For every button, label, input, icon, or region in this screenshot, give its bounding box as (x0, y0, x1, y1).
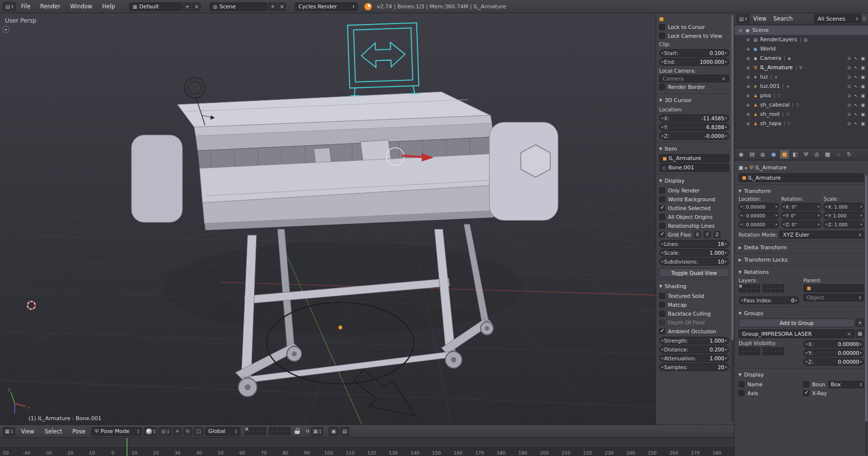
step-left-icon[interactable]: ◂ (661, 348, 663, 351)
panel-header-relations[interactable]: ▼ Relations (739, 269, 864, 275)
layer-cell[interactable] (249, 431, 253, 435)
step-left-icon[interactable]: ◂ (661, 260, 663, 264)
rotation-x-field[interactable]: ◂X: 0°▸ (781, 203, 822, 211)
remove-group-icon[interactable]: × (847, 331, 851, 337)
textured-solid-row[interactable]: Textured Solid (659, 292, 729, 300)
tab-material[interactable]: ◎ (812, 149, 822, 160)
layer-cell[interactable] (254, 431, 257, 435)
dupli-layers-widget[interactable] (739, 347, 799, 355)
layer-cell[interactable] (756, 289, 760, 293)
tab-scene[interactable]: ◍ (758, 149, 768, 160)
layer-cell[interactable] (752, 284, 756, 288)
layer-cell[interactable] (752, 347, 756, 351)
location-y-field[interactable]: ◂: 0.00000▸ (739, 212, 779, 219)
layer-cell[interactable] (262, 431, 266, 435)
layer-cell[interactable] (258, 427, 262, 431)
toggle-quad-view-button[interactable]: Toggle Quad View (659, 268, 729, 277)
only-render-checkbox[interactable] (659, 188, 665, 193)
viewport-shading-dropdown[interactable] (144, 427, 157, 436)
step-right-icon[interactable]: ▸ (725, 116, 727, 120)
editor-type-button[interactable]: ▤ (737, 14, 749, 23)
layer-cell[interactable] (245, 431, 249, 435)
step-left-icon[interactable]: ◂ (661, 51, 663, 55)
outliner-item-label[interactable]: Scene (752, 27, 769, 33)
step-left-icon[interactable]: ◂ (805, 342, 807, 346)
outliner-item-label[interactable]: sh_tapa (760, 120, 781, 127)
visibility-eye-icon[interactable]: ⊙ (846, 56, 852, 61)
visibility-eye-icon[interactable]: ⊙ (846, 93, 852, 98)
step-right-icon[interactable]: ▸ (725, 356, 727, 360)
panel-header-transform-locks[interactable]: ▶ Transform Locks (739, 257, 864, 263)
layer-cell[interactable] (254, 427, 257, 431)
step-left-icon[interactable]: ◂ (805, 351, 807, 355)
expand-icon[interactable]: ⊕ (745, 56, 751, 61)
layer-cell[interactable] (780, 351, 784, 355)
cursor-y-field[interactable]: ◂ Y: 6.8288 ▸ (659, 123, 729, 131)
axis-checkbox[interactable] (739, 390, 744, 396)
scrollbar[interactable] (865, 175, 868, 455)
depth-of-field-row[interactable]: Depth Of Field (659, 318, 729, 327)
parent-field[interactable]: ■ (803, 284, 864, 292)
group-offset-y-field[interactable]: ◂ Y: 0.00000 ▸ (803, 349, 864, 357)
visibility-eye-icon[interactable]: ⊙ (846, 84, 852, 89)
layer-cell[interactable] (771, 289, 775, 293)
render-engine-dropdown[interactable]: Cycles Render (295, 2, 357, 11)
selectable-arrow-icon[interactable]: ↖ (853, 93, 859, 98)
layer-cell[interactable] (776, 284, 780, 288)
layer-cell[interactable] (286, 431, 290, 435)
step-right-icon[interactable]: ▸ (725, 242, 727, 246)
layer-cell[interactable] (747, 289, 751, 293)
step-left-icon[interactable]: ◂ (740, 205, 742, 209)
menu-window[interactable]: Window (66, 0, 97, 13)
tab-particles[interactable]: ∴ (833, 149, 843, 160)
selectable-arrow-icon[interactable]: ↖ (853, 84, 859, 89)
step-left-icon[interactable]: ◂ (783, 222, 785, 226)
step-left-icon[interactable]: ◂ (740, 222, 742, 226)
current-frame-line[interactable] (127, 438, 128, 456)
expand-icon[interactable]: ⊕ (745, 65, 751, 70)
object-name-field[interactable]: ■ IL_Armature (739, 173, 864, 182)
render-border-row[interactable]: Render Border (659, 82, 729, 91)
panel-header-groups[interactable]: ▼ Groups (739, 310, 864, 317)
all-object-origins-row[interactable]: All Object Origins (659, 213, 729, 221)
clip-start-field[interactable]: ◂ Start: 0.100 ▸ (659, 49, 729, 57)
step-left-icon[interactable]: ◂ (661, 60, 663, 64)
timeline-editor[interactable]: -50-40-30-20-100102030405060708090100110… (0, 437, 734, 456)
outliner-row-luz-001[interactable]: ⊕ ∗ luz.001 ∗ ⊙ ↖ ▣ (735, 81, 868, 91)
display-bounds-row[interactable]: Boun Box (803, 380, 864, 389)
step-right-icon[interactable]: ▸ (860, 360, 862, 364)
step-right-icon[interactable]: ▸ (818, 222, 820, 226)
group-name-field[interactable]: Group_IMPRESORA LASER × (739, 329, 855, 338)
layer-cell[interactable] (278, 427, 281, 431)
layer-cell[interactable] (767, 347, 771, 351)
viewport-canvas[interactable]: x y (0, 13, 734, 425)
relationship-lines-row[interactable]: Relationship Lines (659, 221, 729, 230)
tab-physics[interactable]: ↻ (844, 149, 854, 160)
bounds-type-dropdown[interactable]: Box (828, 381, 864, 388)
render-border-checkbox[interactable] (659, 84, 665, 90)
ao-attenuation-field[interactable]: ◂ Attenuation: 1.000 ▸ (659, 354, 729, 362)
outliner-row-sh-root[interactable]: ⊕ ▲ sh_root ▽ ⊙ ↖ ▣ (735, 109, 868, 119)
selectable-arrow-icon[interactable]: ↖ (853, 103, 859, 107)
panel-header-display[interactable]: ▼ Display (739, 372, 864, 378)
step-right-icon[interactable]: ▸ (860, 351, 862, 355)
layer-cell[interactable] (767, 284, 771, 288)
layer-cell[interactable] (776, 289, 780, 293)
renderable-camera-icon[interactable]: ▣ (860, 121, 866, 126)
layer-cell[interactable] (767, 289, 771, 293)
layer-cell[interactable] (273, 431, 277, 435)
step-right-icon[interactable]: ▸ (725, 339, 727, 343)
clear-icon[interactable]: × (721, 76, 726, 82)
step-left-icon[interactable]: ◂ (740, 298, 742, 302)
add-screen-layout-button[interactable]: + (183, 2, 191, 11)
outliner-row-renderlayers[interactable]: ⊕ ▤ RenderLayers ▤ (735, 35, 868, 44)
renderable-camera-icon[interactable]: ▣ (860, 93, 866, 98)
outliner-item-label[interactable]: Camera (760, 55, 781, 61)
ambient-occlusion-checkbox[interactable] (659, 328, 665, 334)
tab-world[interactable]: ● (768, 149, 779, 160)
layer-cell[interactable] (763, 289, 766, 293)
step-right-icon[interactable]: ▸ (861, 214, 863, 217)
group-options-button[interactable]: ▦ (856, 329, 864, 338)
menu-select[interactable]: Select (40, 425, 66, 437)
outliner-item-label[interactable]: sh_cabezal (760, 102, 790, 108)
